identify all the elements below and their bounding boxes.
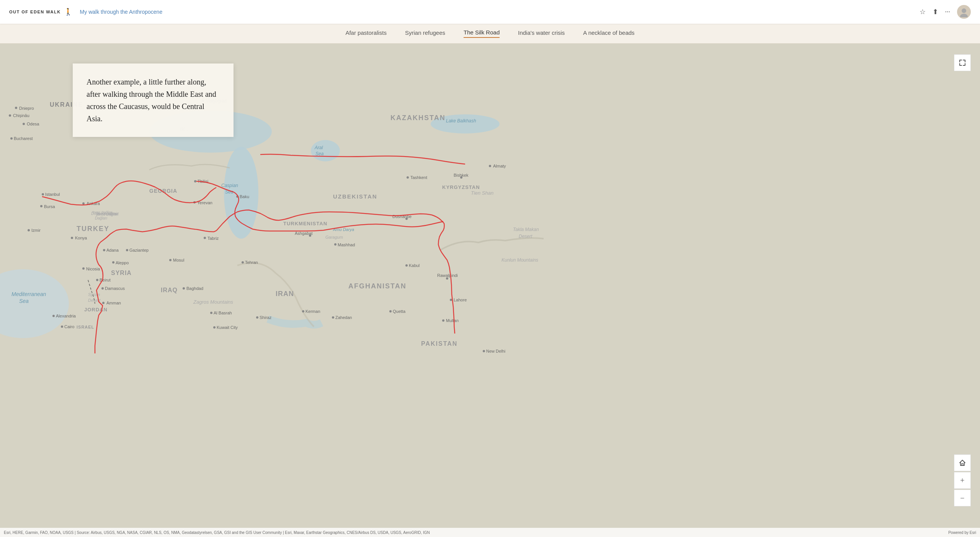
- svg-text:Baghdad: Baghdad: [186, 286, 203, 291]
- svg-text:Konya: Konya: [75, 236, 87, 240]
- svg-point-86: [61, 325, 63, 328]
- powered-by-text: Powered by Esri: [948, 530, 976, 535]
- header: OUT OF EDEN WALK 🚶 My walk through the A…: [0, 0, 980, 24]
- info-popup: Another example, a little further along,…: [73, 63, 234, 137]
- svg-point-11: [311, 140, 340, 161]
- svg-point-70: [71, 237, 73, 239]
- svg-text:Mosul: Mosul: [173, 258, 184, 262]
- svg-text:Gaziantep: Gaziantep: [129, 248, 149, 252]
- svg-point-122: [9, 114, 11, 117]
- svg-point-66: [40, 205, 42, 207]
- svg-text:JORDAN: JORDAN: [84, 307, 108, 312]
- svg-text:AFGHANISTAN: AFGHANISTAN: [348, 282, 407, 290]
- svg-point-82: [82, 267, 85, 270]
- svg-text:Caspian: Caspian: [221, 183, 238, 188]
- svg-point-76: [112, 261, 114, 264]
- map-controls: + −: [954, 472, 971, 506]
- zoom-in-button[interactable]: +: [954, 472, 971, 489]
- nav-subtitle[interactable]: My walk through the Anthropocene: [80, 9, 163, 15]
- svg-point-62: [82, 202, 85, 205]
- svg-point-126: [10, 137, 13, 140]
- svg-text:Damascus: Damascus: [105, 286, 125, 291]
- svg-point-106: [442, 319, 444, 322]
- svg-text:Cairo: Cairo: [64, 324, 74, 329]
- svg-point-64: [42, 193, 44, 195]
- svg-point-116: [256, 316, 258, 319]
- bookmark-icon[interactable]: ☆: [920, 8, 926, 16]
- share-icon[interactable]: ⬆: [933, 8, 938, 16]
- svg-text:Kabul: Kabul: [409, 263, 420, 268]
- svg-point-46: [489, 165, 491, 167]
- svg-text:Mashhad: Mashhad: [338, 242, 355, 247]
- tab-india-water-crisis[interactable]: India's water crisis: [518, 29, 565, 37]
- svg-text:Kunlun Mountains: Kunlun Mountains: [501, 257, 538, 263]
- svg-text:Tabriz: Tabriz: [207, 236, 219, 241]
- svg-text:ISRAEL: ISRAEL: [77, 325, 94, 329]
- svg-text:Bishkek: Bishkek: [454, 173, 469, 177]
- svg-point-88: [52, 315, 55, 317]
- header-actions: ☆ ⬆ ···: [920, 5, 971, 19]
- tab-the-silk-road[interactable]: The Silk Road: [464, 29, 500, 38]
- svg-point-104: [450, 299, 452, 301]
- tab-syrian-refugees[interactable]: Syrian refugees: [405, 29, 445, 37]
- svg-text:Adana: Adana: [106, 248, 119, 252]
- svg-text:Tehran: Tehran: [245, 260, 258, 265]
- svg-text:Nicosia: Nicosia: [86, 267, 100, 271]
- svg-text:KAZAKHSTAN: KAZAKHSTAN: [390, 114, 446, 122]
- svg-point-114: [302, 310, 304, 312]
- svg-text:Garagum: Garagum: [325, 235, 343, 239]
- svg-point-128: [15, 107, 17, 109]
- svg-point-120: [210, 312, 212, 314]
- svg-text:Bursa: Bursa: [44, 204, 56, 209]
- svg-point-124: [23, 123, 25, 125]
- more-icon[interactable]: ···: [945, 8, 951, 16]
- svg-text:Rawalpindi: Rawalpindi: [437, 273, 458, 278]
- svg-text:Tien Shan: Tien Shan: [471, 190, 493, 196]
- svg-point-118: [213, 326, 216, 329]
- svg-text:Sea: Sea: [19, 298, 29, 304]
- svg-point-80: [96, 279, 98, 281]
- svg-text:Aral: Aral: [314, 145, 323, 150]
- svg-point-78: [101, 287, 104, 290]
- svg-text:Izmir: Izmir: [31, 228, 41, 233]
- svg-point-100: [405, 264, 408, 267]
- svg-point-110: [389, 310, 392, 312]
- home-button[interactable]: [954, 454, 971, 471]
- svg-text:Quetta: Quetta: [393, 309, 406, 314]
- svg-text:Syrian: Syrian: [88, 292, 100, 297]
- svg-text:Doğu Karadeniz: Doğu Karadeniz: [91, 212, 119, 216]
- svg-text:TURKEY: TURKEY: [77, 225, 109, 233]
- svg-text:Ashgabat: Ashgabat: [295, 231, 312, 236]
- tab-necklace-of-beads[interactable]: A necklace of beads: [583, 29, 634, 37]
- svg-text:Aleppo: Aleppo: [116, 260, 129, 265]
- svg-text:KYRGYZSTAN: KYRGYZSTAN: [442, 184, 480, 190]
- svg-text:Zagros Mountains: Zagros Mountains: [193, 299, 234, 305]
- svg-text:TURKMENISTAN: TURKMENISTAN: [283, 221, 327, 226]
- svg-point-74: [126, 249, 128, 251]
- svg-point-84: [102, 302, 105, 304]
- svg-text:Dağları: Dağları: [95, 216, 107, 220]
- svg-text:Bucharest: Bucharest: [14, 136, 33, 141]
- svg-rect-130: [962, 464, 963, 465]
- svg-point-0: [962, 8, 966, 13]
- svg-text:Kerman: Kerman: [305, 309, 320, 314]
- svg-point-96: [334, 243, 336, 246]
- svg-text:Zahedan: Zahedan: [335, 315, 352, 320]
- svg-point-50: [407, 176, 409, 179]
- attribution-text: Esri, HERE, Garmin, FAO, NOAA, USGS | So…: [4, 530, 430, 535]
- svg-text:Sea: Sea: [315, 151, 324, 156]
- svg-text:Chișinău: Chișinău: [13, 113, 29, 118]
- svg-text:Almaty: Almaty: [493, 164, 506, 168]
- svg-text:Takla Makan: Takla Makan: [513, 227, 539, 232]
- svg-text:IRAN: IRAN: [276, 290, 294, 298]
- avatar[interactable]: [957, 5, 971, 19]
- expand-button[interactable]: [954, 54, 971, 71]
- svg-point-72: [103, 249, 105, 251]
- svg-point-108: [483, 350, 485, 352]
- svg-text:SYRIA: SYRIA: [111, 270, 132, 276]
- zoom-out-button[interactable]: −: [954, 490, 971, 506]
- tab-afar-pastoralists[interactable]: Afar pastoralists: [345, 29, 387, 37]
- svg-point-98: [204, 237, 206, 239]
- svg-point-92: [169, 259, 172, 261]
- map-container[interactable]: Mediterranean Sea Bl... Caspian Sea Aral…: [0, 44, 980, 537]
